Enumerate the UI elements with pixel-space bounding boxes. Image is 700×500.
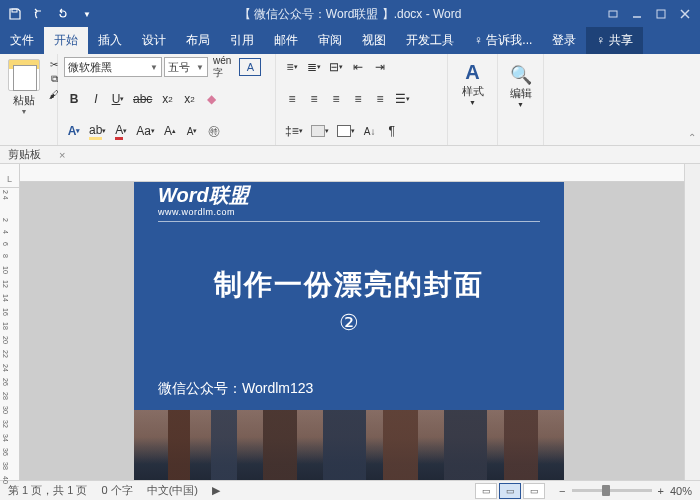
tab-home[interactable]: 开始 bbox=[44, 27, 88, 54]
subscript-button[interactable]: x2 bbox=[157, 89, 177, 109]
superscript-button[interactable]: x2 bbox=[179, 89, 199, 109]
italic-button[interactable]: I bbox=[86, 89, 106, 109]
highlight-button[interactable]: ab▾ bbox=[86, 121, 109, 141]
status-macro-icon[interactable]: ▶ bbox=[212, 484, 220, 497]
titlebar: ▼ 【 微信公众号：Word联盟 】.docx - Word bbox=[0, 0, 700, 28]
view-buttons: ▭ ▭ ▭ bbox=[475, 483, 545, 499]
view-print-button[interactable]: ▭ bbox=[499, 483, 521, 499]
view-web-button[interactable]: ▭ bbox=[523, 483, 545, 499]
tab-developer[interactable]: 开发工具 bbox=[396, 27, 464, 54]
clipboard-pane-title: 剪贴板 bbox=[8, 147, 41, 162]
tab-design[interactable]: 设计 bbox=[132, 27, 176, 54]
text-effects-button[interactable]: A▾ bbox=[64, 121, 84, 141]
view-read-button[interactable]: ▭ bbox=[475, 483, 497, 499]
qat-customize[interactable]: ▼ bbox=[76, 3, 98, 25]
tab-insert[interactable]: 插入 bbox=[88, 27, 132, 54]
align-right-button[interactable]: ≡ bbox=[326, 89, 346, 109]
svg-rect-0 bbox=[12, 9, 17, 12]
paste-label: 粘贴 bbox=[13, 93, 35, 108]
cover-logo-sub: www.wordlm.com bbox=[158, 207, 540, 222]
cover-photo bbox=[134, 410, 564, 480]
status-words[interactable]: 0 个字 bbox=[101, 483, 132, 498]
line-spacing-button[interactable]: ‡≡▾ bbox=[282, 121, 306, 141]
zoom-control: − + 40% bbox=[559, 485, 692, 497]
change-case-button[interactable]: Aa▾ bbox=[133, 121, 158, 141]
tab-references[interactable]: 引用 bbox=[220, 27, 264, 54]
align-justify-button[interactable]: ≡ bbox=[348, 89, 368, 109]
zoom-slider[interactable] bbox=[572, 489, 652, 492]
ruler-horizontal[interactable] bbox=[20, 164, 684, 182]
tab-share[interactable]: ♀ 共享 bbox=[586, 27, 642, 54]
sort-button[interactable]: A↓ bbox=[360, 121, 380, 141]
enclosed-char-button[interactable]: ㊕ bbox=[204, 121, 224, 141]
asian-layout-button[interactable]: ☰▾ bbox=[392, 89, 413, 109]
bullets-button[interactable]: ≡▾ bbox=[282, 57, 302, 77]
decrease-indent-button[interactable]: ⇤ bbox=[348, 57, 368, 77]
maximize-button[interactable] bbox=[650, 3, 672, 25]
svg-rect-1 bbox=[609, 11, 617, 17]
cover-block: Word联盟 www.wordlm.com 制作一份漂亮的封面 ② 微信公众号：… bbox=[134, 182, 564, 410]
shading-button[interactable]: ▾ bbox=[308, 121, 332, 141]
group-editing: 🔍 编辑 ▼ bbox=[498, 54, 544, 145]
paste-button[interactable]: 粘贴 ▼ bbox=[6, 57, 42, 117]
editing-button[interactable]: 🔍 编辑 ▼ bbox=[504, 57, 537, 109]
align-left-button[interactable]: ≡ bbox=[282, 89, 302, 109]
collapse-ribbon-button[interactable]: ⌃ bbox=[688, 132, 696, 143]
save-button[interactable] bbox=[4, 3, 26, 25]
window-title: 【 微信公众号：Word联盟 】.docx - Word bbox=[98, 6, 602, 23]
multilevel-list-button[interactable]: ⊟▾ bbox=[326, 57, 346, 77]
window-controls bbox=[602, 3, 696, 25]
bold-button[interactable]: B bbox=[64, 89, 84, 109]
borders-button[interactable]: ▾ bbox=[334, 121, 358, 141]
tab-tellme[interactable]: ♀ 告诉我... bbox=[464, 27, 542, 54]
zoom-value[interactable]: 40% bbox=[670, 485, 692, 497]
shrink-font-button[interactable]: A▾ bbox=[182, 121, 202, 141]
zoom-in-button[interactable]: + bbox=[658, 485, 664, 497]
phonetic-guide-button[interactable]: wén字 bbox=[210, 57, 234, 77]
zoom-out-button[interactable]: − bbox=[559, 485, 565, 497]
clipboard-pane-header: 剪贴板 × bbox=[0, 146, 700, 164]
editing-label: 编辑 bbox=[510, 86, 532, 101]
font-name-value: 微软雅黑 bbox=[68, 60, 112, 75]
ruler-vertical[interactable]: L 2 4 2 4 6 8 10 12 14 16 18 20 22 24 26… bbox=[0, 164, 20, 480]
group-styles: A 样式 ▼ 样式 bbox=[448, 54, 498, 145]
ruler-corner: L bbox=[0, 170, 19, 188]
statusbar: 第 1 页，共 1 页 0 个字 中文(中国) ▶ ▭ ▭ ▭ − + 40% bbox=[0, 480, 700, 500]
tab-file[interactable]: 文件 bbox=[0, 27, 44, 54]
ribbon-options-button[interactable] bbox=[602, 3, 624, 25]
font-name-combo[interactable]: 微软雅黑▼ bbox=[64, 57, 162, 77]
character-border-button[interactable]: A bbox=[236, 57, 264, 77]
tab-signin[interactable]: 登录 bbox=[542, 27, 586, 54]
font-size-combo[interactable]: 五号▼ bbox=[164, 57, 208, 77]
tab-layout[interactable]: 布局 bbox=[176, 27, 220, 54]
workspace: L 2 4 2 4 6 8 10 12 14 16 18 20 22 24 26… bbox=[0, 164, 700, 480]
increase-indent-button[interactable]: ⇥ bbox=[370, 57, 390, 77]
close-pane-button[interactable]: × bbox=[59, 149, 65, 161]
cover-number: ② bbox=[158, 310, 540, 336]
grow-font-button[interactable]: A▴ bbox=[160, 121, 180, 141]
underline-button[interactable]: U ▾ bbox=[108, 89, 128, 109]
numbering-button[interactable]: ≣▾ bbox=[304, 57, 324, 77]
tab-view[interactable]: 视图 bbox=[352, 27, 396, 54]
share-label: 共享 bbox=[609, 33, 633, 47]
paste-icon bbox=[8, 59, 40, 91]
redo-button[interactable] bbox=[52, 3, 74, 25]
styles-gallery-button[interactable]: A 样式 ▼ bbox=[459, 60, 487, 107]
tab-review[interactable]: 审阅 bbox=[308, 27, 352, 54]
strikethrough-button[interactable]: abc bbox=[130, 89, 155, 109]
align-distributed-button[interactable]: ≡ bbox=[370, 89, 390, 109]
document-canvas[interactable]: Word联盟 www.wordlm.com 制作一份漂亮的封面 ② 微信公众号：… bbox=[20, 164, 684, 480]
vertical-scrollbar[interactable] bbox=[684, 164, 700, 480]
undo-button[interactable] bbox=[28, 3, 50, 25]
font-size-value: 五号 bbox=[168, 60, 190, 75]
clear-formatting-button[interactable]: ◆ bbox=[201, 89, 221, 109]
close-button[interactable] bbox=[674, 3, 696, 25]
minimize-button[interactable] bbox=[626, 3, 648, 25]
cover-subtitle: 微信公众号：Wordlm123 bbox=[158, 380, 540, 398]
status-language[interactable]: 中文(中国) bbox=[147, 483, 198, 498]
align-center-button[interactable]: ≡ bbox=[304, 89, 324, 109]
show-marks-button[interactable]: ¶ bbox=[382, 121, 402, 141]
font-color-button[interactable]: A▾ bbox=[111, 121, 131, 141]
tab-mailings[interactable]: 邮件 bbox=[264, 27, 308, 54]
status-page[interactable]: 第 1 页，共 1 页 bbox=[8, 483, 87, 498]
